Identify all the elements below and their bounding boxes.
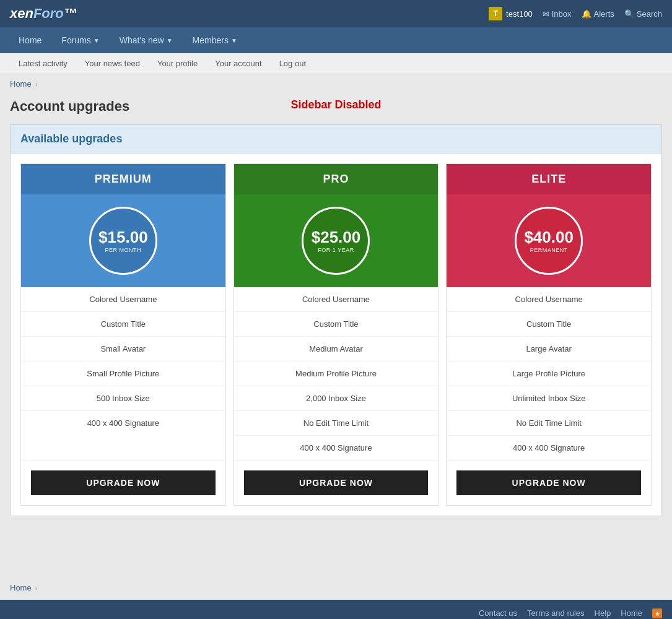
plans-grid: PREMIUM $15.00 PER MONTH Colored Usernam…: [11, 154, 661, 516]
nav-forums[interactable]: Forums ▼: [53, 27, 108, 53]
sidebar-disabled-label: Sidebar Disabled: [290, 98, 381, 111]
logo: xenForo™: [10, 6, 77, 22]
list-item: 2,000 Inbox Size: [234, 386, 439, 411]
footer-help[interactable]: Help: [595, 608, 611, 618]
subnav-your-account[interactable]: Your account: [206, 53, 270, 74]
chevron-down-icon: ▼: [231, 37, 237, 44]
top-right-nav: T test100 ✉ Inbox 🔔 Alerts 🔍 Search: [489, 7, 662, 20]
plan-footer-pro: UPGRADE NOW: [234, 460, 439, 505]
list-item: 500 Inbox Size: [21, 386, 225, 411]
list-item: Large Profile Picture: [447, 361, 651, 386]
plan-card-elite: ELITE $40.00 PERMANENT Colored Username …: [446, 163, 652, 506]
plan-footer-elite: UPGRADE NOW: [447, 460, 651, 505]
plan-price-area-pro: $25.00 FOR 1 YEAR: [234, 194, 439, 287]
footer-links: Contact us Terms and rules Help Home ★: [10, 608, 662, 618]
price-period-premium: PER MONTH: [105, 247, 142, 253]
price-period-elite: PERMANENT: [530, 247, 568, 253]
plan-features-elite: Colored Username Custom Title Large Avat…: [447, 287, 651, 460]
footer-home[interactable]: Home: [621, 608, 642, 618]
nav-home[interactable]: Home: [10, 27, 50, 53]
price-amount-elite: $40.00: [524, 228, 574, 246]
list-item: 400 x 400 Signature: [447, 436, 651, 460]
alerts-icon: 🔔: [582, 9, 591, 19]
plan-features-pro: Colored Username Custom Title Medium Ava…: [234, 287, 439, 460]
search-icon: 🔍: [624, 9, 634, 19]
breadcrumb: Home ›: [0, 74, 672, 93]
upgrades-section: Available upgrades PREMIUM $15.00 PER MO…: [10, 124, 662, 516]
user-avatar: T: [489, 7, 502, 20]
footer-breadcrumb: Home ›: [0, 576, 672, 600]
username: test100: [506, 9, 533, 19]
upgrades-header: Available upgrades: [11, 125, 661, 154]
footer-terms[interactable]: Terms and rules: [527, 608, 584, 618]
plan-card-pro: PRO $25.00 FOR 1 YEAR Colored Username C…: [233, 163, 439, 506]
subnav-logout[interactable]: Log out: [271, 53, 315, 74]
list-item: Custom Title: [447, 312, 651, 337]
price-period-pro: FOR 1 YEAR: [318, 247, 354, 253]
upgrade-button-elite[interactable]: UPGRADE NOW: [456, 470, 641, 495]
main-content: Available upgrades PREMIUM $15.00 PER MO…: [0, 124, 672, 526]
price-amount-pro: $25.00: [312, 228, 361, 246]
plan-features-premium: Colored Username Custom Title Small Avat…: [21, 287, 225, 460]
plan-name-pro: PRO: [234, 164, 439, 194]
list-item: Small Profile Picture: [21, 361, 225, 386]
top-bar: xenForo™ T test100 ✉ Inbox 🔔 Alerts 🔍 Se…: [0, 0, 672, 27]
plan-card-premium: PREMIUM $15.00 PER MONTH Colored Usernam…: [20, 163, 226, 506]
search-link[interactable]: 🔍 Search: [624, 9, 662, 19]
price-circle-elite: $40.00 PERMANENT: [515, 207, 583, 275]
upgrade-button-premium[interactable]: UPGRADE NOW: [31, 470, 216, 495]
subnav-news-feed[interactable]: Your news feed: [76, 53, 149, 74]
spacer: [0, 526, 672, 576]
plan-price-area-elite: $40.00 PERMANENT: [447, 194, 651, 287]
nav-bar: Home Forums ▼ What's new ▼ Members ▼: [0, 27, 672, 53]
list-item: No Edit Time Limit: [447, 411, 651, 436]
rss-icon[interactable]: ★: [652, 608, 662, 618]
plan-footer-premium: UPGRADE NOW: [21, 460, 225, 505]
list-item: Custom Title: [234, 312, 439, 337]
alerts-link[interactable]: 🔔 Alerts: [582, 9, 614, 19]
price-circle-pro: $25.00 FOR 1 YEAR: [302, 207, 370, 275]
bottom-footer: Contact us Terms and rules Help Home ★ F…: [0, 600, 672, 619]
breadcrumb-separator: ›: [35, 584, 38, 592]
list-item: Colored Username: [447, 287, 651, 312]
footer-breadcrumb-home[interactable]: Home: [10, 583, 32, 592]
footer-contact-us[interactable]: Contact us: [479, 608, 517, 618]
user-badge[interactable]: T test100: [489, 7, 533, 20]
list-item: 400 x 400 Signature: [21, 411, 225, 435]
inbox-link[interactable]: ✉ Inbox: [543, 9, 572, 19]
plan-name-elite: ELITE: [447, 164, 651, 194]
list-item: 400 x 400 Signature: [234, 436, 439, 460]
list-item: Medium Profile Picture: [234, 361, 439, 386]
upgrade-button-pro[interactable]: UPGRADE NOW: [244, 470, 429, 495]
list-item: No Edit Time Limit: [234, 411, 439, 436]
list-item: Medium Avatar: [234, 337, 439, 361]
list-item: Small Avatar: [21, 337, 225, 361]
page-header: Account upgrades Sidebar Disabled: [0, 93, 672, 124]
list-item: Custom Title: [21, 312, 225, 337]
list-item: Colored Username: [234, 287, 439, 312]
plan-name-premium: PREMIUM: [21, 164, 225, 194]
list-item: Large Avatar: [447, 337, 651, 361]
subnav-latest-activity[interactable]: Latest activity: [10, 53, 76, 74]
list-item: Unlimited Inbox Size: [447, 386, 651, 411]
inbox-icon: ✉: [543, 9, 549, 19]
list-item: Colored Username: [21, 287, 225, 312]
plan-price-area-premium: $15.00 PER MONTH: [21, 194, 225, 287]
subnav-your-profile[interactable]: Your profile: [149, 53, 206, 74]
chevron-down-icon: ▼: [167, 37, 173, 44]
chevron-down-icon: ▼: [94, 37, 100, 44]
price-circle-premium: $15.00 PER MONTH: [89, 207, 157, 275]
breadcrumb-home[interactable]: Home: [10, 79, 32, 89]
price-amount-premium: $15.00: [98, 228, 148, 246]
nav-whats-new[interactable]: What's new ▼: [111, 27, 181, 53]
sub-nav: Latest activity Your news feed Your prof…: [0, 53, 672, 74]
nav-members[interactable]: Members ▼: [184, 27, 246, 53]
breadcrumb-separator: ›: [35, 80, 38, 88]
